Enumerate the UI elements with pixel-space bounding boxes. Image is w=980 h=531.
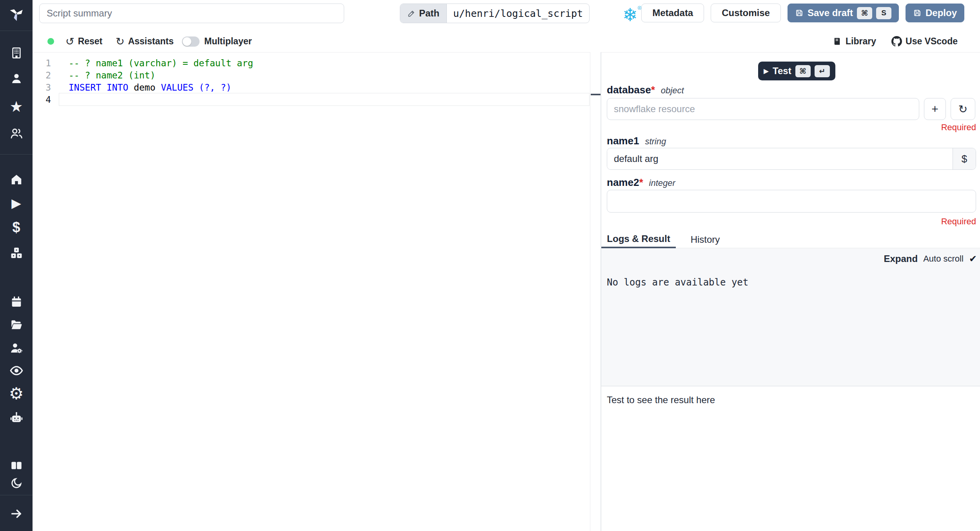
add-resource-button[interactable]: + xyxy=(924,98,946,120)
sidebar-item-audit-logs[interactable] xyxy=(0,361,33,380)
sidebar-item-workers[interactable] xyxy=(0,338,33,357)
reset-button[interactable]: ↺ Reset xyxy=(65,31,102,52)
assistants-button[interactable]: ↻ Assistants xyxy=(116,31,174,52)
name2-input[interactable] xyxy=(607,190,976,213)
sidebar-item-user[interactable] xyxy=(0,69,33,88)
field-type: object xyxy=(661,85,684,95)
sidebar-divider xyxy=(0,31,33,31)
sidebar-item-favorites[interactable]: ★ xyxy=(0,97,33,116)
sidebar-item-home[interactable] xyxy=(0,170,33,189)
tab-history[interactable]: History xyxy=(676,231,735,248)
customise-button[interactable]: Customise xyxy=(711,4,781,22)
save-draft-button[interactable]: Save draft ⌘ S xyxy=(788,4,899,22)
name1-input-wrap: $ xyxy=(607,148,976,170)
required-star: * xyxy=(639,176,643,188)
sidebar-item-workspace[interactable] xyxy=(0,44,33,62)
logs-empty-message: No logs are available yet xyxy=(607,277,748,288)
result-hint: Test to see the result here xyxy=(607,395,715,406)
save-draft-label: Save draft xyxy=(808,7,853,18)
sidebar-item-ai[interactable] xyxy=(0,408,33,427)
metadata-label: Metadata xyxy=(652,7,693,18)
field-type: integer xyxy=(649,178,675,188)
sidebar-item-variables[interactable]: $ xyxy=(0,218,33,237)
rotate-ccw-icon: ↺ xyxy=(65,35,74,48)
code-line[interactable]: 1 -- ? name1 (varchar) = default arg xyxy=(33,57,590,69)
windmill-logo-icon xyxy=(7,5,25,23)
code-line[interactable]: 3 INSERT INTO demo VALUES (?, ?) xyxy=(33,82,590,94)
moon-icon xyxy=(10,477,23,489)
path-editor[interactable]: Path u/henri/logical_script xyxy=(400,4,590,23)
library-label: Library xyxy=(846,36,876,47)
plus-icon: + xyxy=(931,102,938,116)
cubes-icon xyxy=(10,246,23,260)
autoscroll-label: Auto scroll xyxy=(923,254,964,264)
robot-icon xyxy=(9,411,24,425)
library-button[interactable]: Library xyxy=(832,31,876,52)
result-tabs: Logs & Result History xyxy=(601,231,980,248)
code-line[interactable]: 4 xyxy=(33,94,590,106)
windmill-logo[interactable] xyxy=(0,4,33,23)
refresh-resource-button[interactable]: ↻ xyxy=(951,98,975,120)
sidebar-divider xyxy=(0,154,33,155)
sql-comment: -- ? name1 (varchar) = default arg xyxy=(69,58,253,68)
windmill-script-editor: ★ ▶ $ xyxy=(0,0,980,531)
code-line[interactable]: 2 -- ? name2 (int) xyxy=(33,69,590,82)
reset-label: Reset xyxy=(78,36,103,47)
play-icon: ▶ xyxy=(11,196,21,211)
test-button[interactable]: ▶ Test ⌘ ↵ xyxy=(758,62,835,80)
arrow-right-icon xyxy=(10,507,23,520)
deploy-label: Deploy xyxy=(926,7,957,18)
field-label-database: database*object xyxy=(607,84,684,96)
path-value: u/henri/logical_script xyxy=(447,4,589,23)
sidebar-item-folders[interactable] xyxy=(0,315,33,334)
sql-identifier: demo xyxy=(128,82,161,93)
sidebar-item-dark-mode[interactable] xyxy=(0,474,33,493)
gear-icon: ⚙ xyxy=(9,384,24,403)
script-summary-input[interactable] xyxy=(39,4,344,23)
path-label: Path xyxy=(419,8,439,19)
pencil-icon xyxy=(407,9,416,18)
sql-comment: -- ? name2 (int) xyxy=(69,70,156,80)
book-icon xyxy=(832,36,842,46)
customise-label: Customise xyxy=(722,7,770,18)
variable-picker-button[interactable]: $ xyxy=(953,148,976,169)
play-icon: ▶ xyxy=(764,67,769,75)
dollar-icon: $ xyxy=(962,153,967,165)
tab-logs-result[interactable]: Logs & Result xyxy=(601,231,676,248)
name1-input[interactable] xyxy=(607,148,953,169)
toggle-knob xyxy=(183,37,191,46)
required-message: Required xyxy=(925,122,976,133)
expand-button[interactable]: Expand xyxy=(884,253,918,264)
sidebar-item-settings[interactable]: ⚙ xyxy=(0,384,33,403)
kbd-enter: ↵ xyxy=(815,65,830,77)
test-label: Test xyxy=(773,65,791,76)
kbd-command: ⌘ xyxy=(795,65,811,77)
sql-keyword: INSERT INTO xyxy=(69,82,128,93)
metadata-button[interactable]: Metadata xyxy=(641,4,704,22)
sidebar-item-resources[interactable] xyxy=(0,244,33,262)
required-message: Required xyxy=(925,216,976,227)
path-edit-button[interactable]: Path xyxy=(400,4,447,23)
sidebar-item-schedules[interactable] xyxy=(0,293,33,311)
sidebar-item-docs[interactable] xyxy=(0,456,33,475)
building-icon xyxy=(10,47,23,59)
field-type: string xyxy=(645,136,666,146)
multiplayer-toggle[interactable] xyxy=(182,36,200,47)
sidebar-item-runs[interactable]: ▶ xyxy=(0,194,33,213)
save-icon xyxy=(795,9,804,17)
required-star: * xyxy=(651,84,655,96)
field-label-name2: name2*integer xyxy=(607,176,675,189)
deploy-button[interactable]: Deploy xyxy=(906,4,964,22)
kbd-command: ⌘ xyxy=(857,7,872,19)
multiplayer-label: Multiplayer xyxy=(204,31,252,52)
cursor-position-marker xyxy=(591,94,601,95)
sidebar-item-groups[interactable] xyxy=(0,124,33,143)
kbd-s: S xyxy=(876,7,891,19)
database-resource-input[interactable] xyxy=(607,98,919,120)
use-vscode-button[interactable]: Use VScode xyxy=(891,31,958,52)
sidebar-expand-button[interactable] xyxy=(0,504,33,523)
sql-keyword: VALUES xyxy=(161,82,193,93)
home-icon xyxy=(10,173,23,186)
topbar: Path u/henri/logical_script ❄® Metadata … xyxy=(33,0,980,31)
autoscroll-checkbox[interactable]: ✔ xyxy=(969,253,977,264)
